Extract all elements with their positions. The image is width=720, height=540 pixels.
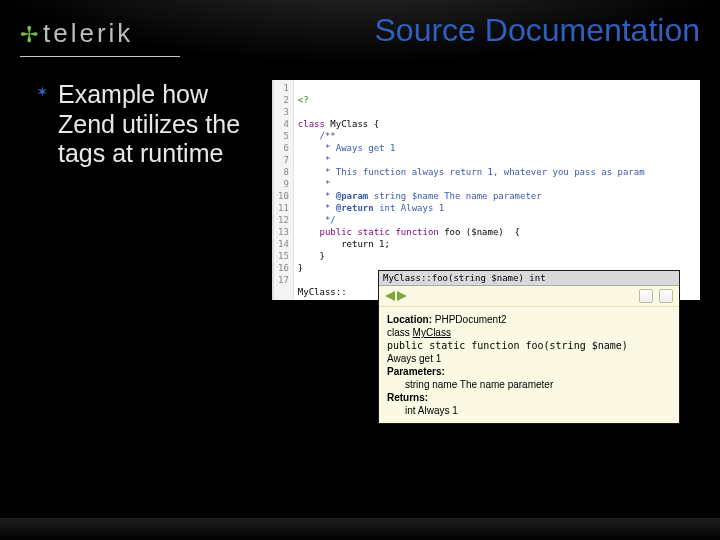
slide-title: Source Documentation bbox=[374, 12, 700, 49]
next-arrow-icon[interactable] bbox=[397, 291, 407, 301]
tooltip-location: Location: PHPDocument2 bbox=[387, 314, 671, 325]
slide-header: ✢telerik Source Documentation bbox=[20, 12, 700, 49]
tooltip-nav bbox=[385, 291, 407, 301]
tooltip-signature-bar: MyClass::foo(string $name) int bbox=[379, 271, 679, 286]
tooltip-returns-label: Returns: bbox=[387, 392, 671, 403]
tooltip-toolbar bbox=[379, 286, 679, 307]
tooltip-action-icon[interactable] bbox=[659, 289, 673, 303]
code-line: * bbox=[298, 179, 331, 189]
code-line: } bbox=[298, 251, 325, 261]
line-number: 17 bbox=[278, 274, 289, 286]
code-line: * Aways get 1 bbox=[298, 143, 396, 153]
code-editor: 1234567891011121314151617 <? class MyCla… bbox=[272, 80, 700, 300]
code-panel: 1234567891011121314151617 <? class MyCla… bbox=[272, 80, 700, 300]
line-number: 13 bbox=[278, 226, 289, 238]
line-number: 11 bbox=[278, 202, 289, 214]
intellisense-tooltip: MyClass::foo(string $name) int Location:… bbox=[378, 270, 680, 424]
tooltip-parameters-label: Parameters: bbox=[387, 366, 671, 377]
tooltip-action-icon[interactable] bbox=[639, 289, 653, 303]
line-number: 1 bbox=[278, 82, 289, 94]
tooltip-summary: Aways get 1 bbox=[387, 353, 671, 364]
tooltip-class: class MyClass bbox=[387, 327, 671, 338]
line-number: 15 bbox=[278, 250, 289, 262]
line-number: 6 bbox=[278, 142, 289, 154]
code-line: } bbox=[298, 263, 303, 273]
code-line: <? bbox=[298, 95, 309, 105]
code-line: */ bbox=[298, 215, 336, 225]
prev-arrow-icon[interactable] bbox=[385, 291, 395, 301]
bullet-column: Example how Zend utilizes the tags at ru… bbox=[36, 80, 252, 300]
code-line: * This function always return 1, whateve… bbox=[298, 167, 645, 177]
line-number: 9 bbox=[278, 178, 289, 190]
line-number: 2 bbox=[278, 94, 289, 106]
code-line: public static function foo ($name) { bbox=[298, 227, 520, 237]
tooltip-return-row: int Always 1 bbox=[387, 405, 671, 416]
bullet-item: Example how Zend utilizes the tags at ru… bbox=[36, 80, 252, 169]
line-number: 14 bbox=[278, 238, 289, 250]
header-underline bbox=[20, 56, 180, 57]
code-line: MyClass:: bbox=[298, 287, 347, 297]
code-line: * bbox=[298, 155, 331, 165]
brand-diamond-icon: ✢ bbox=[20, 22, 41, 47]
tooltip-body: Location: PHPDocument2 class MyClass pub… bbox=[379, 307, 679, 423]
tooltip-actions bbox=[639, 289, 673, 303]
line-number: 4 bbox=[278, 118, 289, 130]
brand-logo: ✢telerik bbox=[20, 18, 133, 49]
bottom-strip bbox=[0, 518, 720, 540]
line-number: 3 bbox=[278, 106, 289, 118]
line-number: 12 bbox=[278, 214, 289, 226]
tooltip-full-signature: public static function foo(string $name) bbox=[387, 340, 671, 351]
tooltip-parameter-row: string name The name parameter bbox=[387, 379, 671, 390]
code-line: return 1; bbox=[298, 239, 390, 249]
code-line: * @param string $name The name parameter bbox=[298, 191, 542, 201]
source-code: <? class MyClass { /** * Aways get 1 * *… bbox=[294, 80, 649, 300]
code-line: class MyClass { bbox=[298, 119, 379, 129]
line-number: 16 bbox=[278, 262, 289, 274]
line-number: 10 bbox=[278, 190, 289, 202]
line-gutter: 1234567891011121314151617 bbox=[274, 80, 294, 300]
line-number: 7 bbox=[278, 154, 289, 166]
line-number: 5 bbox=[278, 130, 289, 142]
code-line: /** bbox=[298, 131, 336, 141]
line-number: 8 bbox=[278, 166, 289, 178]
brand-text: telerik bbox=[43, 18, 133, 48]
code-line: * @return int Always 1 bbox=[298, 203, 444, 213]
